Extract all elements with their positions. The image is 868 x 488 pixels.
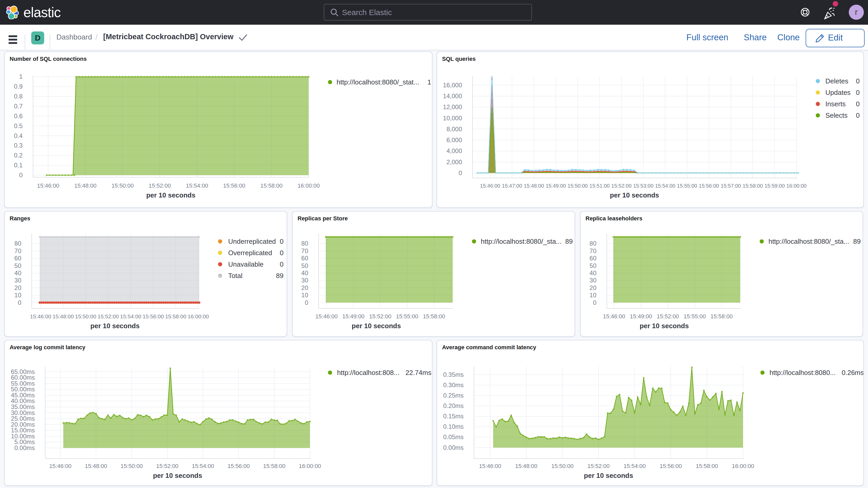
svg-text:12,000: 12,000	[443, 103, 462, 111]
svg-text:0.7: 0.7	[14, 103, 23, 110]
svg-text:0.4: 0.4	[14, 132, 23, 139]
svg-text:Deletes: Deletes	[826, 77, 848, 85]
svg-text:0: 0	[593, 299, 596, 306]
svg-text:89: 89	[565, 238, 573, 245]
svg-text:15:54:00: 15:54:00	[655, 183, 675, 189]
svg-text:65.00ms: 65.00ms	[11, 368, 35, 375]
svg-text:80: 80	[14, 240, 21, 247]
svg-text:per 10 seconds: per 10 seconds	[90, 322, 140, 330]
svg-text:0.5: 0.5	[14, 122, 23, 129]
svg-text:10,000: 10,000	[443, 115, 462, 122]
svg-text:15:50:00: 15:50:00	[75, 313, 96, 319]
svg-text:0.15ms: 0.15ms	[443, 413, 464, 420]
svg-text:0.25ms: 0.25ms	[443, 392, 464, 399]
svg-text:16:00:00: 16:00:00	[786, 183, 807, 189]
svg-text:70: 70	[14, 247, 21, 254]
svg-text:15:50:00: 15:50:00	[112, 182, 134, 189]
svg-text:50: 50	[589, 262, 596, 269]
svg-text:89: 89	[853, 238, 861, 245]
svg-text:Unavailable: Unavailable	[228, 261, 264, 268]
svg-text:15:58:00: 15:58:00	[423, 313, 445, 319]
svg-text:20: 20	[301, 284, 308, 291]
svg-text:15:56:00: 15:56:00	[659, 463, 682, 469]
svg-text:0: 0	[280, 238, 283, 245]
svg-text:15:48:00: 15:48:00	[85, 463, 107, 469]
svg-text:30: 30	[14, 277, 21, 284]
svg-text:8,000: 8,000	[446, 125, 462, 132]
svg-text:per 10 seconds: per 10 seconds	[153, 471, 202, 480]
svg-text:30: 30	[301, 277, 308, 284]
svg-text:15:54:00: 15:54:00	[192, 463, 214, 469]
svg-text:0: 0	[18, 299, 21, 306]
svg-text:70: 70	[301, 247, 308, 254]
svg-text:15:50:00: 15:50:00	[121, 463, 143, 469]
svg-text:50: 50	[301, 262, 308, 269]
svg-text:15:59:00: 15:59:00	[765, 183, 785, 189]
svg-text:10: 10	[14, 292, 21, 299]
svg-text:15:52:00: 15:52:00	[149, 182, 171, 189]
svg-text:22.74ms: 22.74ms	[405, 369, 431, 376]
svg-text:15:46:00: 15:46:00	[49, 463, 71, 469]
svg-text:15:46:00: 15:46:00	[480, 183, 500, 189]
svg-text:15:46:00: 15:46:00	[315, 313, 338, 319]
svg-text:15:52:00: 15:52:00	[611, 183, 631, 189]
svg-text:15:49:00: 15:49:00	[546, 183, 566, 189]
svg-text:0: 0	[459, 170, 462, 177]
svg-text:16:00:00: 16:00:00	[732, 463, 754, 469]
svg-text:15:48:00: 15:48:00	[74, 182, 97, 189]
svg-text:15:52:00: 15:52:00	[587, 463, 610, 469]
svg-text:16:00:00: 16:00:00	[188, 313, 209, 319]
svg-text:80: 80	[589, 240, 596, 247]
svg-text:16:00:00: 16:00:00	[298, 182, 320, 189]
svg-text:15:47:00: 15:47:00	[502, 183, 522, 189]
svg-text:15:54:00: 15:54:00	[120, 313, 142, 319]
svg-text:15:49:00: 15:49:00	[342, 313, 365, 319]
svg-text:50: 50	[14, 262, 21, 269]
svg-text:http://localhost:808...: http://localhost:808...	[337, 369, 399, 376]
svg-text:15:52:00: 15:52:00	[657, 313, 679, 319]
svg-text:15:56:00: 15:56:00	[143, 313, 164, 319]
svg-text:15:58:00: 15:58:00	[260, 182, 283, 189]
svg-text:0.9: 0.9	[14, 83, 23, 90]
svg-text:20: 20	[589, 284, 596, 291]
svg-text:4,000: 4,000	[446, 147, 462, 154]
svg-text:0: 0	[856, 89, 860, 96]
svg-text:1: 1	[428, 78, 431, 86]
svg-text:15:46:00: 15:46:00	[30, 313, 51, 319]
svg-text:15:58:00: 15:58:00	[742, 183, 763, 189]
svg-text:0.8: 0.8	[14, 93, 23, 100]
svg-text:15:52:00: 15:52:00	[369, 313, 392, 319]
svg-text:89: 89	[276, 272, 283, 280]
svg-text:15:46:00: 15:46:00	[603, 313, 625, 319]
svg-text:0: 0	[280, 261, 283, 268]
svg-text:15:58:00: 15:58:00	[711, 313, 733, 319]
svg-text:15:51:00: 15:51:00	[589, 183, 610, 189]
svg-text:40: 40	[301, 270, 308, 276]
svg-text:0.30ms: 0.30ms	[443, 382, 464, 389]
svg-text:15:55:00: 15:55:00	[396, 313, 418, 319]
svg-text:15:49:00: 15:49:00	[630, 313, 652, 319]
svg-text:15:55:00: 15:55:00	[677, 183, 697, 189]
svg-text:80: 80	[301, 240, 308, 247]
svg-text:20: 20	[14, 284, 21, 291]
svg-text:10: 10	[589, 292, 596, 299]
svg-text:6,000: 6,000	[446, 136, 462, 144]
svg-text:15:50:00: 15:50:00	[567, 183, 588, 189]
svg-text:per 10 seconds: per 10 seconds	[352, 322, 401, 330]
svg-text:per 10 seconds: per 10 seconds	[610, 191, 659, 199]
svg-text:30: 30	[589, 277, 596, 284]
svg-text:60: 60	[301, 255, 308, 262]
svg-text:http://localhost:8080/_stat...: http://localhost:8080/_stat...	[337, 78, 419, 86]
svg-text:http://localhost:8080/_sta...: http://localhost:8080/_sta...	[769, 238, 849, 245]
svg-text:0.00ms: 0.00ms	[443, 444, 464, 451]
svg-text:1: 1	[19, 73, 23, 80]
svg-text:0.05ms: 0.05ms	[443, 433, 464, 440]
svg-text:15:55:00: 15:55:00	[683, 313, 706, 319]
svg-text:Updates: Updates	[826, 89, 850, 96]
svg-text:Inserts: Inserts	[826, 100, 846, 108]
svg-text:40: 40	[589, 270, 596, 276]
svg-text:14,000: 14,000	[443, 92, 462, 99]
svg-text:15:56:00: 15:56:00	[223, 182, 245, 189]
svg-text:0: 0	[856, 112, 860, 119]
svg-text:15:56:00: 15:56:00	[699, 183, 719, 189]
